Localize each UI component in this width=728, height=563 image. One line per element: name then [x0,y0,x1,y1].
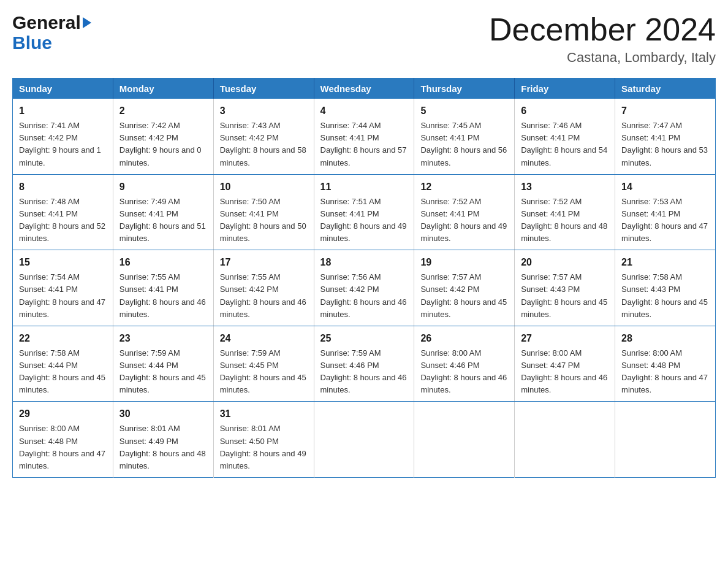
day-info: Sunrise: 7:49 AMSunset: 4:41 PMDaylight:… [119,196,207,245]
calendar-day-cell [615,402,716,478]
logo-arrow-icon [83,17,91,28]
day-info: Sunrise: 8:00 AMSunset: 4:48 PMDaylight:… [19,423,107,472]
calendar-day-cell: 24Sunrise: 7:59 AMSunset: 4:45 PMDayligh… [213,326,314,402]
day-info: Sunrise: 7:51 AMSunset: 4:41 PMDaylight:… [320,196,408,245]
calendar-day-cell: 29Sunrise: 8:00 AMSunset: 4:48 PMDayligh… [13,402,113,478]
day-number: 10 [220,180,308,194]
day-number: 8 [19,180,107,194]
day-info: Sunrise: 7:52 AMSunset: 4:41 PMDaylight:… [420,196,508,245]
calendar-day-cell: 17Sunrise: 7:55 AMSunset: 4:42 PMDayligh… [213,250,314,326]
calendar-day-cell: 20Sunrise: 7:57 AMSunset: 4:43 PMDayligh… [515,250,615,326]
calendar-day-cell: 9Sunrise: 7:49 AMSunset: 4:41 PMDaylight… [113,174,213,250]
calendar-day-cell [314,402,414,478]
day-number: 18 [320,255,408,270]
location: Castana, Lombardy, Italy [489,50,716,66]
day-info: Sunrise: 7:59 AMSunset: 4:46 PMDaylight:… [320,347,408,397]
day-info: Sunrise: 7:52 AMSunset: 4:41 PMDaylight:… [521,196,609,245]
logo-blue: Blue [12,33,52,53]
calendar-header: SundayMondayTuesdayWednesdayThursdayFrid… [13,79,716,99]
month-title: December 2024 [489,12,716,47]
day-number: 19 [420,255,508,270]
day-number: 11 [320,180,408,194]
calendar-day-cell: 11Sunrise: 7:51 AMSunset: 4:41 PMDayligh… [314,174,414,250]
day-number: 7 [621,104,709,118]
day-number: 22 [19,331,107,346]
day-info: Sunrise: 7:57 AMSunset: 4:42 PMDaylight:… [420,271,508,321]
day-info: Sunrise: 7:56 AMSunset: 4:42 PMDaylight:… [320,271,408,321]
calendar-day-cell: 10Sunrise: 7:50 AMSunset: 4:41 PMDayligh… [213,174,314,250]
day-number: 31 [220,407,308,421]
day-info: Sunrise: 7:59 AMSunset: 4:44 PMDaylight:… [119,347,207,397]
day-of-week-header: Friday [515,79,615,99]
calendar-day-cell: 4Sunrise: 7:44 AMSunset: 4:41 PMDaylight… [314,99,414,174]
calendar-table: SundayMondayTuesdayWednesdayThursdayFrid… [12,78,716,478]
day-number: 4 [320,104,408,118]
calendar-day-cell: 2Sunrise: 7:42 AMSunset: 4:42 PMDaylight… [113,99,213,174]
calendar-day-cell: 21Sunrise: 7:58 AMSunset: 4:43 PMDayligh… [615,250,716,326]
title-block: December 2024 Castana, Lombardy, Italy [489,12,716,66]
calendar-day-cell: 26Sunrise: 8:00 AMSunset: 4:46 PMDayligh… [414,326,515,402]
calendar-week-row: 22Sunrise: 7:58 AMSunset: 4:44 PMDayligh… [13,326,716,402]
calendar-day-cell: 23Sunrise: 7:59 AMSunset: 4:44 PMDayligh… [113,326,213,402]
day-number: 28 [621,331,709,346]
calendar-day-cell: 18Sunrise: 7:56 AMSunset: 4:42 PMDayligh… [314,250,414,326]
day-number: 15 [19,255,107,270]
logo-general: General [12,12,81,33]
calendar-day-cell: 25Sunrise: 7:59 AMSunset: 4:46 PMDayligh… [314,326,414,402]
day-number: 3 [220,104,308,118]
day-number: 24 [220,331,308,346]
day-of-week-header: Saturday [615,79,716,99]
day-number: 2 [119,104,207,118]
page-header: General Blue December 2024 Castana, Lomb… [12,12,716,66]
calendar-day-cell: 31Sunrise: 8:01 AMSunset: 4:50 PMDayligh… [213,402,314,478]
day-number: 1 [19,104,107,118]
day-info: Sunrise: 7:42 AMSunset: 4:42 PMDaylight:… [119,120,207,169]
calendar-day-cell: 6Sunrise: 7:46 AMSunset: 4:41 PMDaylight… [515,99,615,174]
logo: General Blue [12,12,91,53]
day-info: Sunrise: 7:57 AMSunset: 4:43 PMDaylight:… [521,271,609,321]
day-number: 6 [521,104,609,118]
day-info: Sunrise: 7:58 AMSunset: 4:44 PMDaylight:… [19,347,107,397]
day-info: Sunrise: 7:58 AMSunset: 4:43 PMDaylight:… [621,271,709,321]
day-number: 30 [119,407,207,421]
day-info: Sunrise: 7:59 AMSunset: 4:45 PMDaylight:… [220,347,308,397]
calendar-day-cell: 3Sunrise: 7:43 AMSunset: 4:42 PMDaylight… [213,99,314,174]
header-row: SundayMondayTuesdayWednesdayThursdayFrid… [13,79,716,99]
day-info: Sunrise: 7:54 AMSunset: 4:41 PMDaylight:… [19,271,107,321]
day-number: 21 [621,255,709,270]
calendar-body: 1Sunrise: 7:41 AMSunset: 4:42 PMDaylight… [13,99,716,477]
day-info: Sunrise: 7:48 AMSunset: 4:41 PMDaylight:… [19,196,107,245]
day-of-week-header: Sunday [13,79,113,99]
day-number: 14 [621,180,709,194]
day-number: 20 [521,255,609,270]
day-number: 23 [119,331,207,346]
day-of-week-header: Thursday [414,79,515,99]
day-info: Sunrise: 8:01 AMSunset: 4:50 PMDaylight:… [220,423,308,472]
calendar-week-row: 8Sunrise: 7:48 AMSunset: 4:41 PMDaylight… [13,174,716,250]
day-of-week-header: Wednesday [314,79,414,99]
day-info: Sunrise: 7:45 AMSunset: 4:41 PMDaylight:… [420,120,508,169]
calendar-day-cell: 8Sunrise: 7:48 AMSunset: 4:41 PMDaylight… [13,174,113,250]
calendar-day-cell: 22Sunrise: 7:58 AMSunset: 4:44 PMDayligh… [13,326,113,402]
calendar-day-cell: 15Sunrise: 7:54 AMSunset: 4:41 PMDayligh… [13,250,113,326]
day-info: Sunrise: 7:43 AMSunset: 4:42 PMDaylight:… [220,120,308,169]
day-info: Sunrise: 8:00 AMSunset: 4:46 PMDaylight:… [420,347,508,397]
day-info: Sunrise: 7:44 AMSunset: 4:41 PMDaylight:… [320,120,408,169]
day-number: 5 [420,104,508,118]
day-info: Sunrise: 8:00 AMSunset: 4:47 PMDaylight:… [521,347,609,397]
day-number: 17 [220,255,308,270]
day-info: Sunrise: 7:53 AMSunset: 4:41 PMDaylight:… [621,196,709,245]
calendar-day-cell: 28Sunrise: 8:00 AMSunset: 4:48 PMDayligh… [615,326,716,402]
calendar-day-cell [515,402,615,478]
calendar-day-cell [414,402,515,478]
day-of-week-header: Tuesday [213,79,314,99]
day-info: Sunrise: 7:41 AMSunset: 4:42 PMDaylight:… [19,120,107,169]
calendar-week-row: 15Sunrise: 7:54 AMSunset: 4:41 PMDayligh… [13,250,716,326]
day-info: Sunrise: 8:01 AMSunset: 4:49 PMDaylight:… [119,423,207,472]
day-number: 25 [320,331,408,346]
calendar-day-cell: 12Sunrise: 7:52 AMSunset: 4:41 PMDayligh… [414,174,515,250]
calendar-day-cell: 30Sunrise: 8:01 AMSunset: 4:49 PMDayligh… [113,402,213,478]
calendar-week-row: 29Sunrise: 8:00 AMSunset: 4:48 PMDayligh… [13,402,716,478]
day-info: Sunrise: 7:46 AMSunset: 4:41 PMDaylight:… [521,120,609,169]
day-number: 27 [521,331,609,346]
